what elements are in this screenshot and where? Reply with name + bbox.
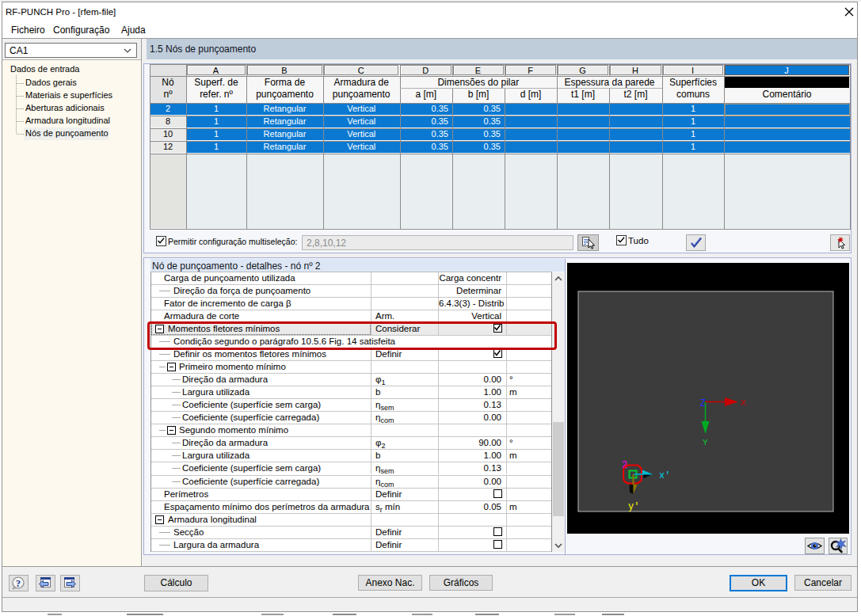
- svg-text:?: ?: [16, 577, 21, 589]
- svg-text:y': y': [628, 501, 639, 512]
- svg-text:x': x': [659, 470, 670, 481]
- svg-text:X: X: [741, 398, 746, 408]
- svg-text:Y: Y: [703, 438, 708, 447]
